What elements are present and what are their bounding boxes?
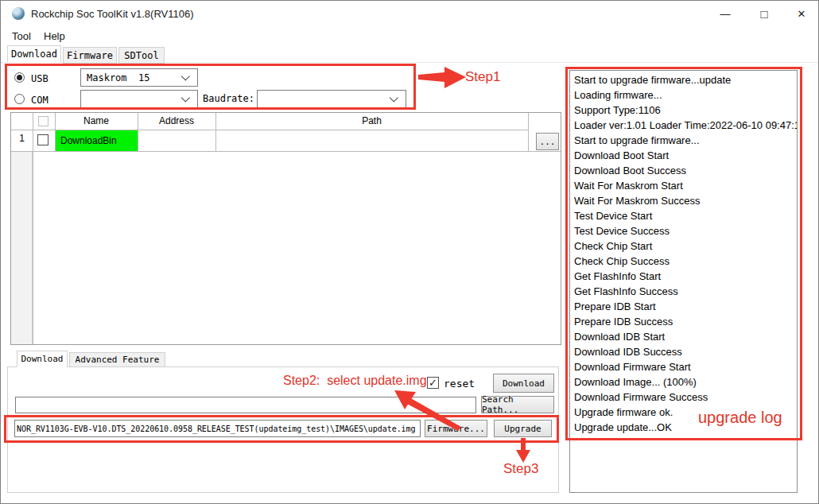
menu-tool[interactable]: Tool [7, 29, 36, 45]
tab-firmware[interactable]: Firmware [63, 47, 117, 64]
log-line: Check Chip Success [574, 254, 797, 269]
log-line: Start to upgrade firmware... [574, 133, 797, 148]
com-radio[interactable] [14, 94, 25, 104]
log-line: Download IDB Start [574, 329, 797, 344]
log-line: Get FlashInfo Start [574, 269, 797, 284]
log-line: Loading firmware... [574, 87, 797, 103]
maximize-button[interactable]: □ [746, 1, 782, 26]
row-name-cell[interactable]: DownloadBin [56, 130, 138, 151]
log-line: Check Chip Start [574, 238, 797, 254]
log-line: Download Image... (100%) [574, 374, 797, 390]
log-line: Support Type:1106 [574, 103, 797, 118]
table-select-all-checkbox[interactable] [38, 116, 49, 126]
bottom-tab-download[interactable]: Download [17, 351, 68, 367]
column-header-name: Name [55, 115, 138, 126]
log-line: Loader ver:1.01 Loader Time:2022-06-10 0… [574, 118, 797, 133]
menu-help[interactable]: Help [39, 29, 70, 45]
step1-arrow-icon [418, 67, 466, 88]
close-button[interactable]: ✕ [783, 1, 819, 26]
usb-radio-label: USB [31, 73, 49, 84]
log-line: Download IDB Success [574, 344, 797, 359]
download-button[interactable]: Download [493, 374, 554, 393]
grid-line [11, 151, 561, 152]
step1-annotation-text: Step1 [465, 69, 500, 85]
log-line: Wait For Maskrom Start [574, 178, 797, 193]
chevron-down-icon [181, 93, 190, 102]
app-window: Rockchip Soc ToolKit v1.8(RV1106) — □ ✕ … [0, 0, 819, 504]
step3-annotation-text: Step3 [503, 461, 538, 477]
reset-checkbox[interactable]: ✓ [427, 377, 439, 389]
step2-annotation-text: Step2: select update.img [283, 374, 427, 388]
log-line: Download Boot Success [574, 163, 797, 178]
bottom-tab-advanced-feature[interactable]: Advanced Feature [69, 352, 165, 367]
firmware-path-input[interactable] [15, 397, 476, 413]
usb-radio-circle [14, 72, 25, 83]
device-type-value: Maskrom 15 [81, 72, 183, 83]
grid-line [33, 113, 33, 344]
device-type-dropdown[interactable]: Maskrom 15 [80, 68, 198, 87]
com-radio-label: COM [31, 95, 49, 106]
reset-checkbox-label: reset [444, 378, 475, 390]
upgrade-button[interactable]: Upgrade [494, 420, 552, 437]
tab-sdtool[interactable]: SDTool [118, 47, 165, 64]
log-line: Get FlashInfo Success [574, 284, 797, 299]
log-line: Download Boot Start [574, 148, 797, 163]
usb-radio[interactable] [14, 72, 25, 83]
grid-line [528, 113, 529, 151]
browse-path-button[interactable]: ... [536, 133, 559, 150]
upgrade-image-path-input[interactable]: NOR_RV1103G-EVB-V10.DTS_20220610.0958_RE… [14, 420, 421, 437]
log-line: Wait For Maskrom Success [574, 193, 797, 208]
row-checkbox[interactable] [37, 134, 49, 145]
log-line: Test Device Success [574, 223, 797, 238]
row-number: 1 [11, 133, 33, 144]
app-icon [12, 7, 25, 20]
log-line: Download Firmware Success [574, 390, 797, 405]
log-line: Test Device Start [574, 208, 797, 223]
upgrade-image-path-text: NOR_RV1103G-EVB-V10.DTS_20220610.0958_RE… [15, 425, 416, 433]
com-radio-circle [14, 94, 25, 104]
firmware-button[interactable]: Firmware... [425, 420, 487, 437]
column-header-address: Address [138, 115, 215, 126]
log-line: Start to upgrade firmware...update [574, 72, 797, 87]
window-title: Rockchip Soc ToolKit v1.8(RV1106) [31, 8, 194, 20]
chevron-down-icon [390, 93, 398, 102]
log-line: Download Firmware Start [574, 359, 797, 374]
table-rowheader-strip [11, 151, 33, 344]
baudrate-label: Baudrate: [203, 93, 254, 104]
com-port-dropdown[interactable] [80, 90, 198, 108]
log-line: Prepare IDB Start [574, 299, 797, 314]
log-lines: Start to upgrade firmware...updateLoadin… [574, 72, 797, 435]
title-bar: Rockchip Soc ToolKit v1.8(RV1106) — □ ✕ [1, 1, 818, 26]
baudrate-dropdown[interactable] [257, 90, 406, 108]
upgrade-log-annotation-text: upgrade log [698, 409, 782, 427]
log-line: Prepare IDB Success [574, 314, 797, 329]
column-header-path: Path [215, 115, 528, 126]
tab-download[interactable]: Download [7, 45, 61, 63]
minimize-button[interactable]: — [707, 1, 743, 26]
search-path-button[interactable]: Search Path... [481, 396, 554, 413]
upgrade-log-panel[interactable]: Start to upgrade firmware...updateLoadin… [569, 70, 798, 493]
